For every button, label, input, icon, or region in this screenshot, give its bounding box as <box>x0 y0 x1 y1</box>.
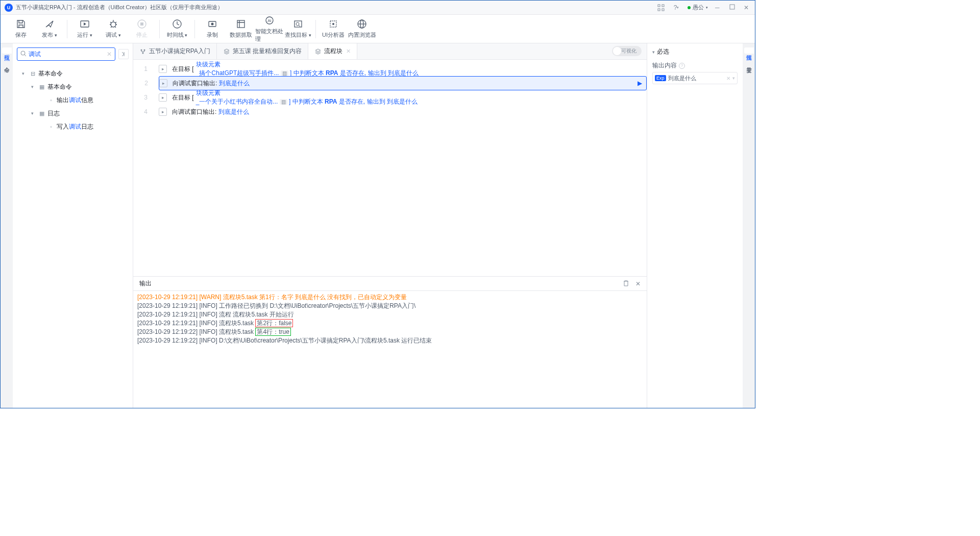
tab-流程块[interactable]: 流程块✕ <box>308 43 357 59</box>
window-title: 五节小课搞定RPA入门 - 流程创造者（UiBot Creator）社区版（仅用… <box>16 4 657 11</box>
editor-tabs: 五节小课搞定RPA入门第五课 批量精准回复内容流程块✕可视化 <box>133 43 647 60</box>
apps-icon[interactable] <box>657 4 665 12</box>
output-body[interactable]: [2023-10-29 12:19:21] [WARN] 流程块5.task 第… <box>133 291 647 408</box>
properties-section-title[interactable]: 必选 <box>652 47 738 56</box>
close-tab-icon[interactable]: ✕ <box>346 48 351 55</box>
left-tab-0[interactable]: 流程 <box>2 47 12 54</box>
svg-point-13 <box>266 17 273 24</box>
timeline-button[interactable]: 时间线 <box>163 16 191 42</box>
tree-item[interactable]: ▾⊟基本命令 <box>13 67 133 80</box>
play-line-icon[interactable]: ▶ <box>638 80 642 87</box>
left-tab-1[interactable]: 命令 <box>2 60 12 66</box>
code-line-4[interactable]: 4▸向调试窗口输出: 到底是什么 <box>133 105 647 119</box>
code-area[interactable]: 1▸在目标 [块级元素_搞个ChatGPT超级写手插件... ▥ ] 中判断文本… <box>133 60 647 276</box>
search-input[interactable] <box>29 51 107 58</box>
close-output-icon[interactable]: ✕ <box>635 280 641 287</box>
search-input-wrapper[interactable]: ✕ <box>17 47 115 61</box>
app-logo-icon: U <box>5 4 13 12</box>
debug-icon <box>108 19 118 29</box>
info-icon[interactable]: ? <box>679 63 685 69</box>
right-tab-1[interactable]: 变量 <box>744 60 754 66</box>
publish-icon <box>44 19 55 29</box>
minimize-icon[interactable]: ─ <box>715 4 722 11</box>
svg-point-21 <box>360 20 363 28</box>
svg-point-26 <box>144 49 145 51</box>
stack-icon <box>223 48 230 55</box>
code-line-3[interactable]: 3▸在目标 [块级元素_一个关于小红书内容全自动... ▥ ] 中判断文本 RP… <box>133 90 647 105</box>
tree-item[interactable]: ◦输出调试信息 <box>13 93 133 107</box>
svg-rect-1 <box>662 5 664 7</box>
tree-item[interactable]: ▾▦基本命令 <box>13 80 133 93</box>
log-line: [2023-10-29 12:19:22] [INFO] 流程块5.task 第… <box>137 328 643 336</box>
clear-output-icon[interactable] <box>623 280 629 288</box>
log-line: [2023-10-29 12:19:22] [INFO] D:\文档\UiBot… <box>137 336 643 345</box>
svg-text:AI: AI <box>267 18 272 23</box>
svg-point-16 <box>296 22 299 26</box>
tree-item[interactable]: ◦写入调试日志 <box>13 120 133 133</box>
svg-point-6 <box>111 22 116 27</box>
svg-rect-8 <box>140 22 143 26</box>
code-line-1[interactable]: 1▸在目标 [块级元素_搞个ChatGPT超级写手插件... ▥ ] 中判断文本… <box>133 62 647 76</box>
command-tree: ▾⊟基本命令▾▦基本命令◦输出调试信息▾▦日志◦写入调试日志 <box>13 65 133 408</box>
titlebar: U 五节小课搞定RPA入门 - 流程创造者（UiBot Creator）社区版（… <box>1 1 755 15</box>
log-line: [2023-10-29 12:19:21] [INFO] 工作路径已切换到 D:… <box>137 302 643 310</box>
ui-analyzer-button[interactable]: UI分析器 <box>319 16 348 42</box>
command-panel: ✕ ▾⊟基本命令▾▦基本命令◦输出调试信息▾▦日志◦写入调试日志 <box>13 43 133 408</box>
doc-icon: AI <box>264 15 275 26</box>
record-button[interactable]: 录制 <box>198 16 227 42</box>
svg-line-17 <box>299 25 300 27</box>
search-icon <box>20 51 27 58</box>
log-line: [2023-10-29 12:19:21] [INFO] 流程块5.task 第… <box>137 319 643 328</box>
maximize-icon[interactable] <box>729 4 737 11</box>
find-icon <box>293 19 303 29</box>
step-icon: ▸ <box>159 93 167 102</box>
publish-button[interactable]: 发布 <box>35 16 64 42</box>
step-icon: ▸ <box>159 79 167 87</box>
help-icon[interactable]: ?▾ <box>672 4 680 12</box>
debug-button[interactable]: 调试 <box>99 16 128 42</box>
clear-search-icon[interactable]: ✕ <box>107 51 112 58</box>
scrape-button[interactable]: 数据抓取 <box>227 16 255 42</box>
svg-point-7 <box>138 20 146 28</box>
tab-五节小课搞定RPA入门[interactable]: 五节小课搞定RPA入门 <box>133 43 217 59</box>
svg-rect-4 <box>730 5 734 9</box>
editor-area: 五节小课搞定RPA入门第五课 批量精准回复内容流程块✕可视化 1▸在目标 [块级… <box>133 43 647 408</box>
output-content-field[interactable]: Exp 到底是什么 ✕ ▾ <box>652 72 738 84</box>
expression-badge: Exp <box>655 75 666 81</box>
doc-button[interactable]: AI智能文档处理 <box>255 16 284 42</box>
svg-rect-18 <box>330 21 336 27</box>
scrape-icon <box>236 19 246 29</box>
code-line-2[interactable]: 2▸向调试窗口输出: 到底是什么▶ <box>159 76 647 90</box>
svg-rect-0 <box>658 5 660 7</box>
timeline-icon <box>172 19 182 29</box>
collapse-panel-icon[interactable] <box>118 49 129 59</box>
svg-line-24 <box>24 55 26 56</box>
svg-rect-12 <box>237 20 244 28</box>
user-menu[interactable]: 愚公▾ <box>688 4 708 11</box>
svg-point-23 <box>21 51 25 55</box>
log-line: [2023-10-29 12:19:21] [WARN] 流程块5.task 第… <box>137 293 643 302</box>
flow-icon <box>139 48 146 55</box>
find-button[interactable]: 查找目标 <box>284 16 312 42</box>
svg-point-27 <box>142 52 144 54</box>
close-icon[interactable]: ✕ <box>744 4 751 11</box>
step-icon: ▸ <box>159 108 167 116</box>
toolbar: 保存发布运行调试停止时间线录制数据抓取AI智能文档处理查找目标UI分析器内置浏览… <box>1 15 755 43</box>
run-button[interactable]: 运行 <box>70 16 99 42</box>
browser-button[interactable]: 内置浏览器 <box>348 16 376 42</box>
output-title: 输出 <box>139 279 152 288</box>
clear-value-icon[interactable]: ✕ <box>726 76 730 81</box>
svg-rect-3 <box>662 9 664 11</box>
tree-item[interactable]: ▾▦日志 <box>13 107 133 120</box>
record-icon <box>207 19 217 29</box>
visualize-toggle[interactable]: 可视化 <box>612 46 642 56</box>
dropdown-icon[interactable]: ▾ <box>732 76 735 81</box>
tab-第五课 批量精准回复内容[interactable]: 第五课 批量精准回复内容 <box>217 43 308 59</box>
right-tab-0[interactable]: 属性 <box>744 47 754 54</box>
properties-panel: 必选 输出内容 ? Exp 到底是什么 ✕ ▾ 属性变量 <box>647 43 755 408</box>
ui-analyzer-icon <box>328 19 338 29</box>
save-button[interactable]: 保存 <box>7 16 35 42</box>
stop-button: 停止 <box>128 16 156 42</box>
svg-rect-5 <box>81 21 89 27</box>
svg-rect-10 <box>209 21 216 27</box>
